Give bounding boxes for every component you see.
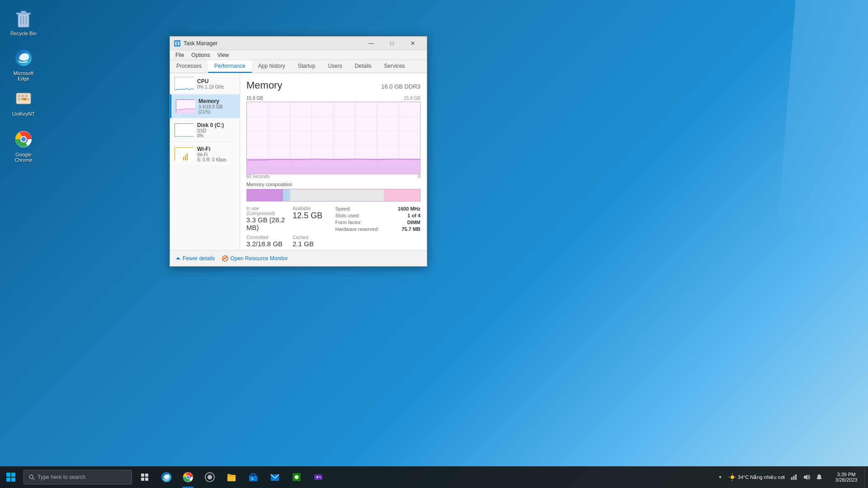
tab-details[interactable]: Details — [349, 60, 378, 73]
disk-name: Disk 0 (C:) — [197, 122, 235, 128]
svg-rect-52 — [141, 478, 144, 481]
taskbar-gamebar[interactable] — [307, 466, 329, 488]
show-desktop-button[interactable] — [864, 466, 868, 488]
desktop-highlight — [778, 0, 868, 226]
available-label: Available — [292, 206, 331, 211]
in-use-value: 3.3 GB (28.2 MB) — [246, 216, 285, 231]
committed-label: Committed — [246, 235, 285, 240]
stat-in-use: In use (Compressed) 3.3 GB (28.2 MB) — [246, 206, 285, 231]
chart-time-end: 0 — [418, 174, 420, 179]
menu-file[interactable]: File — [172, 51, 188, 59]
svg-marker-46 — [176, 257, 180, 259]
fewer-details-label: Fewer details — [183, 255, 215, 262]
taskbar-explorer[interactable] — [221, 466, 242, 488]
gamebar-icon — [313, 472, 323, 482]
desktop: Recycle Bin Microsoft Edge — [0, 0, 868, 488]
desktop-icon-unikey[interactable]: Đ UniKeyNT — [5, 86, 42, 118]
minimize-button[interactable]: — — [361, 37, 382, 50]
svg-rect-9 — [21, 95, 24, 97]
memory-header: Memory 16.0 GB DDR3 — [246, 80, 420, 91]
svg-rect-80 — [791, 477, 793, 480]
sidebar-item-disk[interactable]: Disk 0 (C:) SSD 0% — [170, 118, 240, 142]
memory-info: Memory 3.4/15.9 GB (21%) — [198, 98, 235, 114]
svg-point-73 — [320, 477, 321, 478]
svg-rect-50 — [141, 474, 144, 477]
tab-services[interactable]: Services — [378, 60, 411, 73]
slots-row: Slots used: 1 of 4 — [335, 213, 421, 218]
mail-icon — [270, 472, 280, 482]
weather-sun-icon — [728, 473, 736, 481]
svg-rect-51 — [145, 474, 148, 477]
tray-notification[interactable] — [814, 473, 825, 482]
sidebar-item-cpu[interactable]: CPU 0% 1.19 GHz — [170, 73, 240, 94]
taskbar-chrome[interactable] — [177, 466, 199, 488]
start-button[interactable] — [0, 466, 22, 488]
composition-bar — [246, 189, 420, 202]
sidebar-item-memory[interactable]: Memory 3.4/15.9 GB (21%) — [170, 94, 240, 118]
slots-label: Slots used: — [335, 213, 360, 218]
search-input[interactable] — [38, 474, 127, 480]
wifi-mini-chart — [175, 147, 193, 161]
taskbar-mail[interactable] — [264, 466, 286, 488]
maximize-button[interactable]: □ — [382, 37, 402, 50]
weather-temp: 34°C — [738, 474, 749, 480]
cached-value: 2.1 GB — [292, 240, 331, 248]
cpu-name: CPU — [197, 78, 235, 84]
resource-monitor-icon — [222, 255, 228, 262]
hw-reserved-row: Hardware reserved: 75.7 MB — [335, 226, 421, 232]
sidebar-item-wifi[interactable]: Wi-Fi Wi-Fi S: 0 R: 0 Kbps — [170, 142, 240, 166]
unikey-label: UniKeyNT — [12, 111, 35, 117]
cpu-mini-chart — [175, 77, 193, 90]
wifi-name: Wi-Fi — [197, 146, 235, 152]
taskbar-clock[interactable]: 3:39 PM 3/28/2023 — [828, 472, 864, 483]
taskbar-search[interactable] — [24, 470, 132, 484]
tab-app-history[interactable]: App history — [252, 60, 292, 73]
close-button[interactable]: ✕ — [402, 37, 423, 50]
svg-rect-20 — [175, 42, 177, 42]
svg-rect-1 — [16, 13, 31, 14]
svg-point-60 — [208, 475, 212, 479]
open-resource-monitor-button[interactable]: Open Resource Monitor — [222, 255, 288, 262]
taskbar-cortana[interactable] — [199, 466, 221, 488]
taskbar-edge[interactable] — [156, 466, 177, 488]
chart-time-start: 60 seconds — [246, 174, 269, 179]
search-icon — [28, 474, 35, 480]
tray-weather[interactable]: 34°C Nắng nhiều nơi — [726, 472, 787, 482]
desktop-icon-chrome[interactable]: Google Chrome — [5, 127, 42, 164]
tray-chevron[interactable] — [716, 474, 725, 481]
task-view-button[interactable] — [134, 466, 156, 488]
composition-label: Memory composition — [246, 182, 420, 187]
form-value: DIMM — [407, 220, 420, 225]
svg-rect-21 — [175, 43, 177, 44]
tab-startup[interactable]: Startup — [292, 60, 322, 73]
desktop-icon-recycle-bin[interactable]: Recycle Bin — [5, 5, 42, 38]
fewer-details-button[interactable]: Fewer details — [175, 255, 215, 262]
comp-standby — [290, 189, 384, 201]
tray-network[interactable] — [788, 473, 799, 482]
window-body: CPU 0% 1.19 GHz Memory — [170, 73, 427, 250]
svg-rect-53 — [145, 478, 148, 481]
speed-label: Speed: — [335, 206, 351, 211]
taskbar-photos[interactable] — [286, 466, 307, 488]
task-manager-window: Task Manager — □ ✕ File Options View Pro… — [170, 36, 427, 267]
menu-view[interactable]: View — [214, 51, 233, 59]
menu-options[interactable]: Options — [188, 51, 213, 59]
form-row: Form factor: DIMM — [335, 220, 421, 225]
committed-value: 3.2/18.8 GB — [246, 240, 285, 248]
tab-processes[interactable]: Processes — [170, 60, 208, 73]
unikey-icon: Đ — [13, 88, 34, 109]
tray-volume[interactable] — [801, 473, 812, 482]
svg-point-75 — [731, 475, 734, 479]
memory-chart — [246, 102, 420, 174]
svg-rect-10 — [25, 95, 28, 97]
tab-performance[interactable]: Performance — [208, 60, 252, 73]
taskbar-store[interactable]: S — [242, 466, 264, 488]
svg-rect-2 — [21, 11, 26, 13]
window-tabs: Processes Performance App history Startu… — [170, 60, 427, 73]
desktop-icon-edge[interactable]: Microsoft Edge — [5, 45, 42, 83]
volume-icon — [803, 474, 810, 481]
tab-users[interactable]: Users — [321, 60, 348, 73]
store-icon: S — [248, 472, 258, 482]
chrome-taskbar-icon — [183, 472, 193, 483]
svg-rect-23 — [178, 42, 179, 45]
